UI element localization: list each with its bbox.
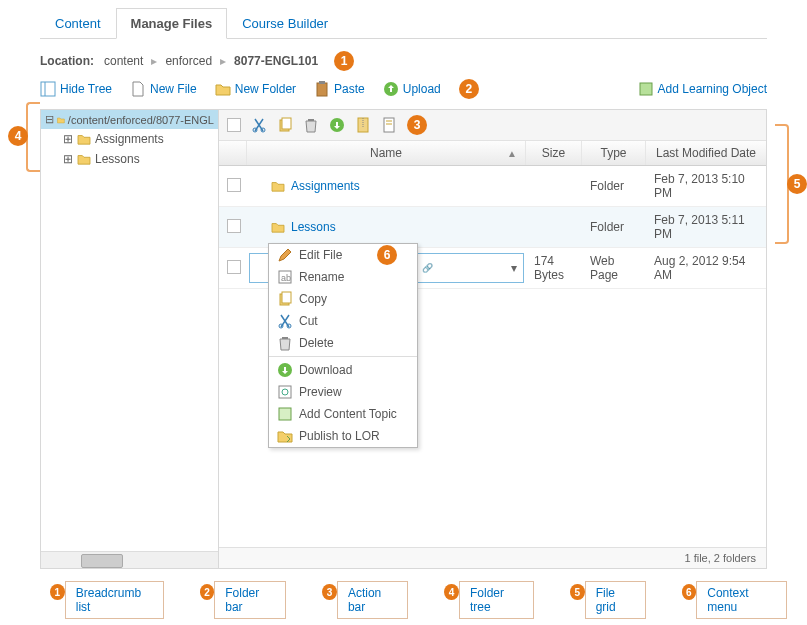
svg-rect-2	[317, 83, 327, 96]
breadcrumb-seg-course[interactable]: 8077-ENGL101	[230, 54, 322, 68]
folder-icon	[271, 180, 285, 192]
row-size	[526, 221, 582, 233]
header-size[interactable]: Size	[526, 141, 582, 165]
zip-icon[interactable]	[355, 117, 371, 133]
ctx-preview[interactable]: Preview	[269, 381, 417, 403]
row-checkbox[interactable]	[219, 213, 247, 242]
new-file-button[interactable]: New File	[130, 81, 197, 97]
svg-rect-3	[319, 81, 325, 84]
svg-rect-0	[41, 82, 55, 96]
ctx-edit-file[interactable]: Edit File6	[269, 244, 417, 266]
table-row[interactable]: Lessons Folder Feb 7, 2013 5:11 PM	[219, 207, 766, 248]
grid-footer: 1 file, 2 folders	[219, 547, 766, 568]
tab-content[interactable]: Content	[40, 8, 116, 38]
rename-icon: ab	[277, 269, 293, 285]
ctx-cut[interactable]: Cut	[269, 310, 417, 332]
tree-node-label: Assignments	[95, 132, 164, 146]
action-bar: 3	[219, 110, 766, 141]
legend-number: 1	[50, 584, 65, 600]
tree-root-label: /content/enforced/8077-ENGL	[68, 114, 214, 126]
legend-item-2: 2Folder bar	[194, 581, 287, 619]
breadcrumb: Location: content ▸ enforced ▸ 8077-ENGL…	[40, 39, 767, 79]
trash-icon	[277, 335, 293, 351]
folder-icon	[215, 81, 231, 97]
ctx-add-content-topic[interactable]: Add Content Topic	[269, 403, 417, 425]
legend-number: 3	[322, 584, 337, 600]
tree-icon	[40, 81, 56, 97]
expand-icon[interactable]: ⊞	[63, 132, 73, 146]
ctx-publish-lor[interactable]: Publish to LOR	[269, 425, 417, 447]
trash-icon[interactable]	[303, 117, 319, 133]
ctx-copy[interactable]: Copy	[269, 288, 417, 310]
ctx-delete[interactable]: Delete	[269, 332, 417, 354]
cut-icon[interactable]	[251, 117, 267, 133]
publish-icon	[277, 428, 293, 444]
file-icon	[130, 81, 146, 97]
tree-node-lessons[interactable]: ⊞ Lessons	[41, 149, 218, 169]
download-icon[interactable]	[329, 117, 345, 133]
breadcrumb-seg-enforced[interactable]: enforced	[161, 54, 216, 68]
sort-asc-icon: ▲	[507, 148, 517, 159]
pencil-icon	[277, 247, 293, 263]
legend-number: 4	[444, 584, 459, 600]
page-icon[interactable]	[381, 117, 397, 133]
copy-icon[interactable]	[277, 117, 293, 133]
collapse-icon[interactable]: ⊟	[45, 113, 54, 126]
svg-text:ab: ab	[281, 273, 291, 283]
select-all-checkbox[interactable]	[227, 118, 241, 132]
row-date: Feb 7, 2013 5:10 PM	[646, 166, 766, 206]
table-row[interactable]: Assignments Folder Feb 7, 2013 5:10 PM	[219, 166, 766, 207]
svg-rect-5	[640, 83, 652, 95]
tree-node-assignments[interactable]: ⊞ Assignments	[41, 129, 218, 149]
upload-icon	[383, 81, 399, 97]
header-date[interactable]: Last Modified Date	[646, 141, 766, 165]
row-size: 174 Bytes	[526, 248, 582, 288]
legend-label: Breadcrumb list	[65, 581, 164, 619]
header-checkbox	[219, 141, 247, 165]
row-name-link[interactable]: Lessons	[291, 220, 336, 234]
folder-icon	[271, 221, 285, 233]
folder-icon	[77, 153, 91, 165]
callout-6: 6	[377, 245, 397, 265]
row-checkbox[interactable]	[219, 172, 247, 201]
context-menu: Edit File6 abRename Copy Cut Delete Down…	[268, 243, 418, 448]
legend-item-5: 5File grid	[564, 581, 645, 619]
svg-rect-29	[279, 408, 291, 420]
tab-course-builder[interactable]: Course Builder	[227, 8, 343, 38]
callout-3: 3	[407, 115, 427, 135]
folder-tree: ⊟ /content/enforced/8077-ENGL ⊞ Assignme…	[40, 109, 218, 569]
chevron-down-icon[interactable]: ▾	[511, 261, 517, 275]
legend-item-6: 6Context menu	[676, 581, 787, 619]
cut-icon	[277, 313, 293, 329]
link-icon: 🔗	[422, 263, 433, 273]
expand-icon[interactable]: ⊞	[63, 152, 73, 166]
horizontal-scrollbar[interactable]	[41, 551, 218, 568]
row-name-link[interactable]: Assignments	[291, 179, 360, 193]
hide-tree-button[interactable]: Hide Tree	[40, 81, 112, 97]
topic-icon	[277, 406, 293, 422]
copy-icon	[277, 291, 293, 307]
tab-manage-files[interactable]: Manage Files	[116, 8, 228, 39]
legend-label: Context menu	[696, 581, 787, 619]
scrollbar-thumb[interactable]	[81, 554, 123, 568]
new-folder-button[interactable]: New Folder	[215, 81, 296, 97]
header-name[interactable]: Name▲	[247, 141, 526, 165]
row-type: Folder	[582, 214, 646, 240]
legend-label: Folder tree	[459, 581, 534, 619]
svg-rect-10	[308, 119, 314, 121]
upload-button[interactable]: Upload	[383, 81, 441, 97]
legend-item-4: 4Folder tree	[438, 581, 534, 619]
row-checkbox[interactable]	[219, 254, 247, 283]
chevron-right-icon: ▸	[151, 54, 157, 68]
legend: 1Breadcrumb list 2Folder bar 3Action bar…	[44, 581, 787, 619]
ctx-rename[interactable]: abRename	[269, 266, 417, 288]
breadcrumb-seg-content[interactable]: content	[100, 54, 147, 68]
legend-number: 5	[570, 584, 585, 600]
add-learning-object-button[interactable]: Add Learning Object	[638, 81, 767, 97]
ctx-download[interactable]: Download	[269, 359, 417, 381]
header-type[interactable]: Type	[582, 141, 646, 165]
paste-button[interactable]: Paste	[314, 81, 365, 97]
legend-number: 2	[200, 584, 215, 600]
row-date: Aug 2, 2012 9:54 AM	[646, 248, 766, 288]
tree-root-node[interactable]: ⊟ /content/enforced/8077-ENGL	[41, 110, 218, 129]
